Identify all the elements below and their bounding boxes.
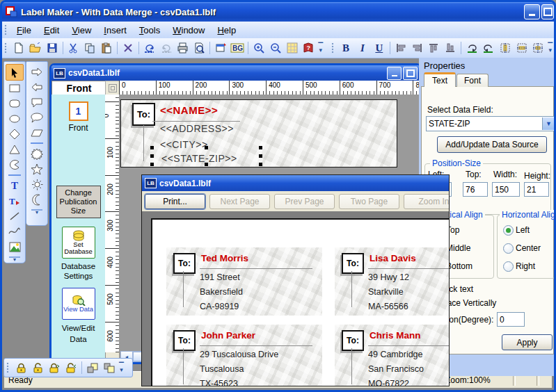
toolbar-overflow-icon[interactable]: ▔▾	[546, 41, 554, 55]
document-maximize-button[interactable]	[403, 67, 418, 80]
ellipse-icon[interactable]	[6, 111, 23, 126]
star-icon[interactable]	[29, 161, 45, 177]
name-merge-field[interactable]: <<NAME>>	[160, 104, 218, 116]
help-button[interactable]: ?	[300, 40, 317, 56]
ruler-origin-box[interactable]	[105, 81, 120, 96]
delete-button[interactable]	[120, 40, 136, 56]
save-button[interactable]	[44, 40, 61, 56]
zoom-out-button[interactable]	[267, 40, 284, 56]
image-tool-icon[interactable]	[6, 239, 23, 254]
text-field-tool-icon[interactable]: T	[6, 193, 23, 209]
undo-button[interactable]	[141, 40, 158, 56]
rotate-left-icon[interactable]	[463, 40, 480, 56]
menu-file[interactable]: File	[10, 23, 38, 38]
diamond-icon[interactable]	[6, 126, 23, 142]
select-arrow-icon[interactable]	[6, 64, 24, 81]
print-preview-button[interactable]	[191, 40, 207, 56]
selection-handle[interactable]	[150, 163, 154, 166]
sun-icon[interactable]	[29, 177, 45, 192]
center-both-icon[interactable]	[530, 40, 546, 56]
cut-button[interactable]	[65, 40, 82, 56]
tab-text[interactable]: Text	[424, 72, 456, 87]
minimize-button[interactable]	[524, 4, 540, 19]
unlock-all-icon[interactable]	[63, 360, 79, 376]
align-left-icon[interactable]	[392, 40, 409, 56]
bold-button[interactable]: B	[337, 40, 354, 56]
text-tool-icon[interactable]: T	[6, 178, 23, 193]
grid-button[interactable]	[284, 40, 301, 56]
two-page-button[interactable]: Two Page	[339, 194, 399, 209]
zoom-in-button[interactable]	[251, 40, 267, 56]
arrow-right-icon[interactable]	[29, 64, 45, 79]
selection-handle[interactable]	[205, 163, 208, 166]
halign-right-radio[interactable]	[503, 261, 514, 272]
menu-tools[interactable]: Tools	[133, 23, 166, 38]
selection-handle[interactable]	[150, 146, 154, 149]
paste-button[interactable]	[98, 40, 115, 56]
toolbar-grip[interactable]	[4, 42, 8, 54]
menu-help[interactable]: Help	[211, 23, 242, 38]
copy-button[interactable]	[81, 40, 98, 56]
to-box[interactable]: To:	[132, 103, 155, 126]
speech-bubble-round-icon[interactable]	[29, 110, 45, 125]
menu-grip[interactable]	[4, 24, 8, 35]
halign-center-radio[interactable]	[503, 243, 514, 254]
label-design-card[interactable]: To: <<NAME>> <<ADDRESS>> <<CITY>> <<STAT…	[120, 99, 397, 168]
line-tool-icon[interactable]	[6, 209, 23, 224]
address-merge-field[interactable]: <<ADDRESS>>	[160, 123, 234, 134]
city-merge-field[interactable]: <<CITY>>	[160, 139, 208, 150]
align-right-icon[interactable]	[409, 40, 426, 56]
curve-tool-icon[interactable]	[6, 224, 23, 239]
format-toolbar-grip[interactable]	[331, 42, 335, 54]
zoom-in-button[interactable]: Zoom In	[404, 194, 450, 209]
toolbar-overflow-icon[interactable]: ▔▾	[118, 361, 125, 375]
arrow-left-icon[interactable]	[29, 79, 45, 95]
center-vertical-icon[interactable]	[497, 40, 514, 56]
next-page-button[interactable]: Next Page	[209, 194, 270, 209]
page-thumbnail[interactable]: 1	[69, 101, 88, 121]
rotate-right-icon[interactable]	[480, 40, 497, 56]
parallelogram-icon[interactable]	[29, 125, 45, 140]
pacman-icon[interactable]	[6, 157, 23, 172]
print-button[interactable]	[175, 40, 191, 56]
align-top-icon[interactable]	[425, 40, 442, 56]
arrange-toolbar-grip[interactable]	[6, 362, 10, 373]
selection-handle[interactable]	[259, 154, 262, 158]
change-publication-size-button[interactable]: Change Publication Size	[56, 186, 101, 218]
tab-font[interactable]: Font	[456, 74, 489, 87]
selection-handle[interactable]	[205, 146, 208, 149]
chevron-down-icon[interactable]: ▼	[542, 117, 555, 130]
set-database-button[interactable]: Set Database	[62, 227, 95, 259]
selection-handle[interactable]	[150, 154, 154, 158]
italic-button[interactable]: I	[354, 40, 371, 56]
background-button[interactable]: BG	[229, 40, 246, 56]
lock-icon[interactable]	[13, 360, 29, 376]
properties-button[interactable]	[212, 40, 229, 56]
palette-handle[interactable]: ▾	[31, 209, 42, 215]
height-field[interactable]: 21	[524, 182, 549, 197]
maximize-button[interactable]	[541, 4, 554, 19]
triangle-icon[interactable]	[6, 142, 23, 157]
palette-handle[interactable]: ▾	[9, 256, 20, 263]
bring-to-front-icon[interactable]	[84, 360, 101, 376]
menu-edit[interactable]: Edit	[38, 23, 65, 38]
crescent-icon[interactable]	[29, 192, 45, 207]
print-button[interactable]: Print...	[145, 194, 205, 209]
width-field[interactable]: 150	[492, 182, 520, 197]
rectangle-icon[interactable]	[6, 81, 23, 96]
apply-button[interactable]: Apply	[502, 334, 553, 350]
new-button[interactable]	[10, 40, 27, 56]
selection-handle[interactable]	[259, 163, 262, 166]
statezip-merge-field[interactable]: <<STATE-ZIP>>	[161, 153, 237, 164]
top-field[interactable]: 76	[463, 182, 488, 197]
align-bottom-icon[interactable]	[442, 40, 459, 56]
open-button[interactable]	[27, 40, 44, 56]
starburst-icon[interactable]	[29, 146, 45, 161]
rotation-field[interactable]: 0	[497, 312, 525, 327]
underline-button[interactable]: U	[371, 40, 388, 56]
send-to-back-icon[interactable]	[101, 360, 118, 376]
add-update-data-source-button[interactable]: Add/Update Data Source	[437, 136, 547, 153]
rounded-rectangle-icon[interactable]	[6, 96, 23, 111]
toolbar-overflow-icon[interactable]: ▔▾	[317, 41, 324, 55]
halign-left-radio[interactable]	[503, 225, 514, 236]
